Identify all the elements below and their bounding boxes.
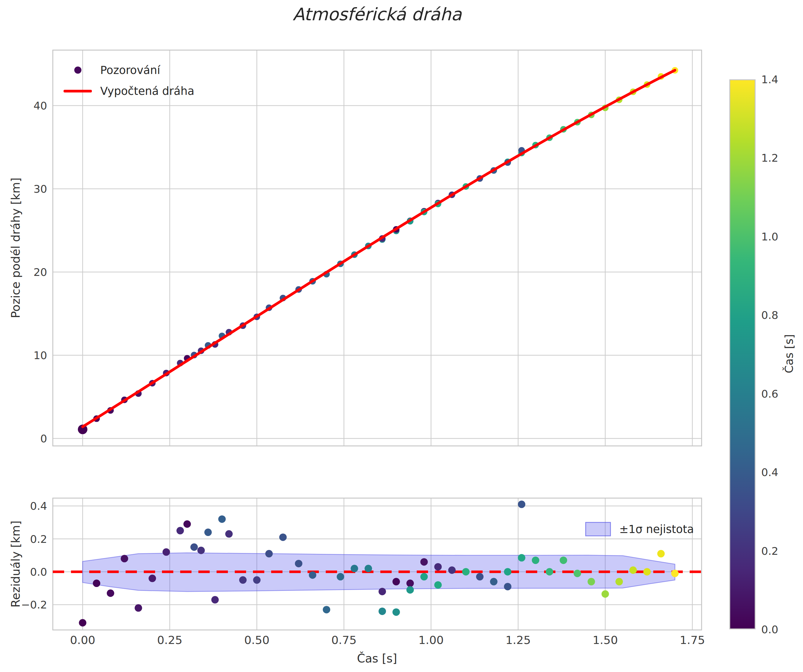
chart-title: Atmosférická dráha	[53, 4, 702, 24]
top-ytick-label: 40	[17, 100, 47, 112]
residual-point	[476, 573, 484, 580]
legend-observations-label: Pozorování	[100, 64, 160, 77]
residual-point	[309, 571, 316, 579]
residual-point	[197, 547, 205, 554]
figure: Atmosférická dráha Pozice podél dráhy [k…	[0, 0, 803, 672]
residual-point	[532, 557, 539, 564]
residual-point	[671, 570, 679, 577]
bottom-ytick-label: 0.4	[8, 500, 47, 512]
residual-point	[337, 573, 344, 580]
residual-point	[184, 521, 191, 528]
residual-point	[546, 568, 553, 576]
residual-point	[218, 515, 226, 523]
residual-point	[420, 573, 428, 580]
observations-marker-icon	[63, 67, 92, 74]
top-legend: Pozorování Vypočtená dráha	[63, 60, 194, 101]
bottom-ytick-label: −0.2	[8, 599, 47, 611]
top-ytick-label: 10	[17, 349, 47, 362]
residual-point	[406, 586, 414, 594]
residual-point	[135, 604, 142, 612]
colorbar-tick-label: 1.4	[761, 73, 778, 86]
residual-point	[434, 581, 442, 589]
residual-point	[393, 578, 400, 586]
residual-point	[504, 583, 511, 590]
x-axis-label: Čas [s]	[357, 652, 397, 665]
residual-point	[323, 606, 330, 613]
band-legend: ±1σ nejistota	[585, 522, 694, 536]
colorbar-tick-label: 0.8	[761, 309, 778, 321]
residual-point	[518, 500, 525, 508]
bottom-ytick-label: 0.0	[8, 566, 47, 578]
xtick-label: 0.50	[244, 633, 270, 647]
residual-point	[121, 555, 128, 562]
residual-point	[518, 554, 525, 562]
residual-point	[434, 563, 442, 571]
residual-point	[295, 560, 302, 567]
residual-point	[351, 565, 358, 572]
residual-point	[615, 578, 623, 586]
xtick-label: 0.25	[157, 633, 182, 647]
residual-point	[629, 566, 637, 574]
xtick-label: 1.50	[593, 633, 618, 647]
colorbar-tick-label: 0.6	[761, 388, 778, 400]
residual-point	[448, 566, 456, 574]
colorbar-tick-label: 1.2	[761, 152, 778, 164]
residual-point	[644, 568, 651, 576]
residual-point	[239, 576, 247, 584]
residual-point	[462, 568, 470, 576]
residual-point	[574, 570, 581, 577]
top-ytick-label: 30	[17, 183, 47, 195]
bottom-ytick-label: 0.2	[8, 533, 47, 545]
band-patch-icon	[585, 522, 611, 536]
residual-point	[204, 529, 212, 536]
residual-point	[265, 550, 273, 557]
xtick-label: 1.75	[680, 633, 705, 647]
legend-row-fitted: Vypočtená dráha	[63, 81, 194, 101]
xtick-label: 0.75	[332, 633, 357, 647]
residual-point	[420, 558, 428, 565]
residual-point	[601, 590, 609, 598]
residual-point	[163, 548, 170, 556]
colorbar-tick-label: 1.0	[761, 230, 778, 242]
residual-point	[177, 527, 184, 534]
residual-point	[379, 588, 386, 595]
residual-point	[559, 557, 567, 564]
residual-point	[393, 609, 400, 616]
xtick-label: 1.25	[506, 633, 531, 647]
residual-point	[225, 530, 232, 538]
residual-point	[279, 534, 287, 541]
top-ytick-label: 0	[17, 432, 47, 445]
residual-point	[504, 568, 511, 576]
legend-fitted-label: Vypočtená dráha	[100, 85, 194, 97]
residual-point	[93, 579, 100, 587]
residual-point	[253, 576, 261, 584]
xtick-label: 1.00	[418, 633, 444, 647]
top-ytick-label: 20	[17, 266, 47, 278]
residual-point	[379, 607, 386, 615]
residual-point	[211, 596, 219, 604]
colorbar-tick-label: 0.4	[761, 466, 778, 479]
residual-point	[406, 579, 414, 587]
residual-point	[107, 589, 114, 597]
colorbar-tick-label: 0.2	[761, 545, 778, 557]
residual-point	[588, 578, 595, 586]
residual-point	[148, 575, 156, 582]
band-legend-label: ±1σ nejistota	[619, 523, 694, 536]
colorbar-tick-label: 0.0	[761, 623, 778, 636]
top-y-axis-label: Pozice podél dráhy [km]	[9, 177, 23, 318]
residual-point	[190, 544, 198, 551]
legend-row-observations: Pozorování	[63, 60, 194, 81]
fitted-trajectory-line	[83, 70, 675, 427]
fitted-line-icon	[63, 90, 92, 93]
residual-point	[364, 565, 372, 572]
residual-point	[657, 550, 665, 557]
colorbar-label: Čas [s]	[782, 334, 795, 373]
residual-point	[79, 619, 86, 627]
colorbar	[729, 80, 756, 629]
xtick-label: 0.00	[70, 633, 96, 647]
residual-point	[490, 578, 497, 586]
